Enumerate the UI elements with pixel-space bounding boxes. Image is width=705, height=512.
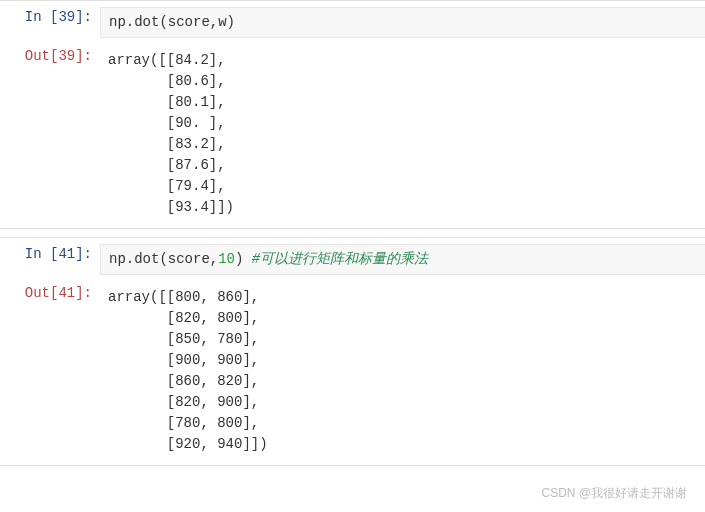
code-arg-number: 10 [218, 251, 235, 267]
output-row: Out[41]: array([[800, 860], [820, 800], … [0, 283, 705, 459]
notebook-cell-41: In [41]: np.dot(score,10) #可以进行矩阵和标量的乘法 … [0, 237, 705, 466]
output-content: array([[84.2], [80.6], [80.1], [90. ], [… [100, 46, 705, 222]
in-prompt-label: In [41]: [25, 246, 92, 262]
output-content: array([[800, 860], [820, 800], [850, 780… [100, 283, 705, 459]
in-prompt: In [39]: [0, 7, 100, 28]
code-content: np.dot(score,10) #可以进行矩阵和标量的乘法 [109, 251, 428, 267]
out-prompt: Out[39]: [0, 46, 100, 67]
in-prompt: In [41]: [0, 244, 100, 265]
code-comment: #可以进行矩阵和标量的乘法 [243, 251, 428, 267]
code-content: np.dot(score,w) [109, 14, 235, 30]
notebook-cell-39: In [39]: np.dot(score,w) Out[39]: array(… [0, 0, 705, 229]
output-row: Out[39]: array([[84.2], [80.6], [80.1], … [0, 46, 705, 222]
in-prompt-label: In [39]: [25, 9, 92, 25]
input-row: In [41]: np.dot(score,10) #可以进行矩阵和标量的乘法 [0, 244, 705, 275]
code-input-area[interactable]: np.dot(score,w) [100, 7, 705, 38]
input-row: In [39]: np.dot(score,w) [0, 7, 705, 38]
code-input-area[interactable]: np.dot(score,10) #可以进行矩阵和标量的乘法 [100, 244, 705, 275]
out-prompt-label: Out[41]: [25, 285, 92, 301]
out-prompt-label: Out[39]: [25, 48, 92, 64]
out-prompt: Out[41]: [0, 283, 100, 304]
